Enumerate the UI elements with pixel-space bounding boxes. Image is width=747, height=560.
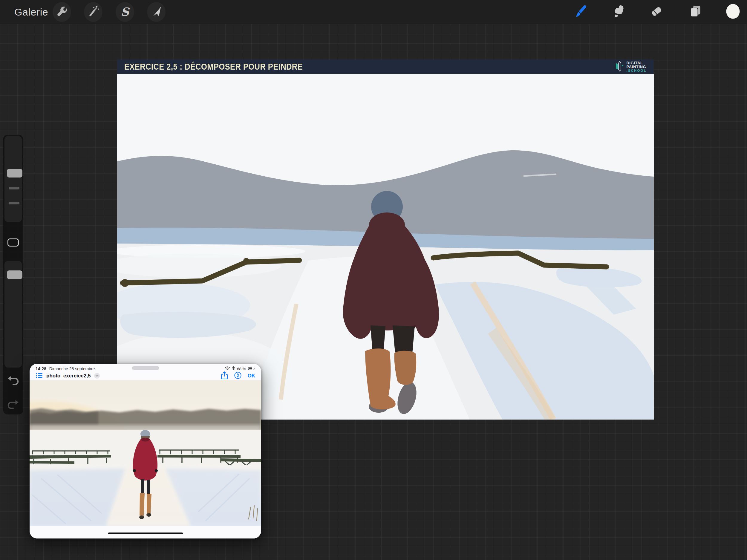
- logo-line-2: PAINTING: [626, 65, 647, 69]
- wrench-icon: [55, 4, 69, 20]
- share-button[interactable]: [221, 371, 228, 381]
- chevron-down-icon: [95, 375, 99, 377]
- redo-button[interactable]: [6, 400, 20, 410]
- ok-button[interactable]: OK: [248, 373, 256, 379]
- transform-button[interactable]: [147, 2, 165, 22]
- procreate-workspace: { "toolbar": { "gallery_label": "Galerie…: [0, 0, 747, 560]
- reference-photo[interactable]: [30, 380, 261, 526]
- brush-size-tick: [9, 202, 20, 204]
- brush-size-slider[interactable]: [4, 136, 22, 222]
- reference-bottom-bar: [30, 526, 261, 538]
- layers-icon: [688, 4, 703, 20]
- selection-icon: S: [121, 6, 129, 18]
- undo-button[interactable]: [6, 376, 20, 386]
- canvas-title-bar: EXERCICE 2,5 : DÉCOMPOSER POUR PEINDRE D…: [117, 59, 654, 74]
- markup-button[interactable]: [234, 372, 242, 380]
- eraser-tool-button[interactable]: [647, 2, 666, 22]
- smudge-finger-icon: [611, 4, 626, 20]
- window-drag-handle[interactable]: [132, 366, 159, 370]
- brush-opacity-slider[interactable]: [4, 261, 22, 367]
- reference-photo-window[interactable]: 14:28 Dimanche 28 septembre 68 %: [30, 364, 261, 538]
- status-time: 14:28: [35, 366, 46, 371]
- reference-toolbar: photo_exercice2,5: [30, 372, 261, 380]
- bluetooth-icon: [232, 366, 235, 372]
- share-icon: [221, 371, 228, 380]
- status-date: Dimanche 28 septembre: [49, 366, 95, 371]
- wifi-icon: [225, 366, 230, 372]
- brush-opacity-handle[interactable]: [7, 271, 22, 279]
- redo-icon: [7, 399, 20, 411]
- brush-size-tick: [9, 187, 20, 189]
- modify-button[interactable]: [7, 238, 19, 247]
- top-toolbar: Galerie S: [0, 0, 747, 24]
- gallery-button[interactable]: Galerie: [14, 6, 48, 18]
- brush-tool-button[interactable]: [571, 2, 590, 22]
- home-indicator[interactable]: [108, 533, 183, 534]
- layers-button[interactable]: [686, 2, 704, 22]
- smudge-tool-button[interactable]: [609, 2, 628, 22]
- digital-painting-school-logo: DIGITAL PAINTING .SCHOOL: [615, 60, 651, 73]
- pencil-logo-icon: [615, 60, 624, 73]
- markup-pen-icon: [234, 372, 242, 379]
- selection-button[interactable]: S: [115, 2, 134, 22]
- undo-icon: [7, 375, 20, 387]
- exercise-title: EXERCICE 2,5 : DÉCOMPOSER POUR PEINDRE: [124, 61, 303, 72]
- logo-line-3: .SCHOOL: [626, 69, 647, 72]
- brush-sidebar: [3, 135, 23, 414]
- transform-arrow-icon: [149, 4, 163, 20]
- paint-brush-icon: [573, 4, 588, 20]
- battery-icon: [248, 366, 255, 372]
- eraser-icon: [649, 4, 664, 20]
- filename-menu-button[interactable]: [94, 373, 100, 379]
- actions-button[interactable]: [53, 2, 71, 22]
- magic-wand-icon: [86, 4, 100, 20]
- color-swatch-button[interactable]: [724, 2, 742, 22]
- battery-percent: 68 %: [237, 367, 246, 371]
- photo-filename: photo_exercice2,5: [46, 373, 91, 379]
- list-view-icon[interactable]: [35, 372, 43, 380]
- brush-size-handle[interactable]: [7, 169, 22, 178]
- adjustments-button[interactable]: [84, 2, 102, 22]
- logo-line-1: DIGITAL: [626, 61, 647, 65]
- active-color-icon: [725, 3, 741, 21]
